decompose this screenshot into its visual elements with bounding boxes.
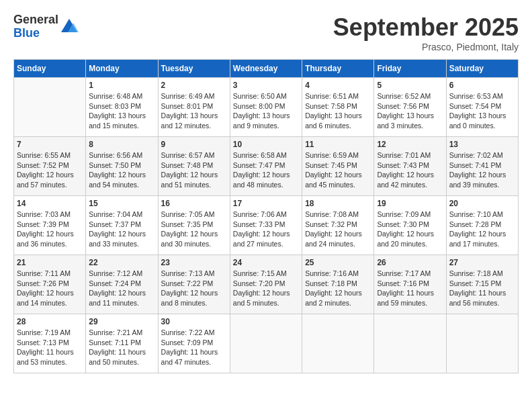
day-detail: Sunrise: 7:05 AM Sunset: 7:35 PM Dayligh…	[161, 210, 227, 249]
day-detail: Sunrise: 7:01 AM Sunset: 7:43 PM Dayligh…	[377, 150, 443, 190]
calendar-cell: 9Sunrise: 6:57 AM Sunset: 7:48 PM Daylig…	[158, 137, 230, 196]
day-number: 17	[233, 199, 299, 208]
month-title: September 2025	[333, 13, 519, 42]
day-detail: Sunrise: 6:53 AM Sunset: 7:54 PM Dayligh…	[449, 91, 515, 131]
day-detail: Sunrise: 7:12 AM Sunset: 7:24 PM Dayligh…	[89, 269, 154, 308]
calendar-cell: 6Sunrise: 6:53 AM Sunset: 7:54 PM Daylig…	[446, 78, 518, 137]
calendar-cell	[14, 78, 86, 137]
day-number: 10	[233, 140, 299, 149]
day-number: 27	[449, 258, 515, 267]
day-number: 14	[17, 199, 83, 208]
calendar-week-5: 28Sunrise: 7:19 AM Sunset: 7:13 PM Dayli…	[14, 314, 519, 373]
day-number: 16	[161, 199, 227, 208]
calendar-cell: 29Sunrise: 7:21 AM Sunset: 7:11 PM Dayli…	[86, 314, 158, 373]
day-number: 18	[305, 199, 371, 208]
day-detail: Sunrise: 6:55 AM Sunset: 7:52 PM Dayligh…	[17, 150, 83, 190]
calendar-cell: 7Sunrise: 6:55 AM Sunset: 7:52 PM Daylig…	[14, 137, 86, 196]
day-detail: Sunrise: 6:58 AM Sunset: 7:47 PM Dayligh…	[233, 150, 299, 190]
calendar-cell: 24Sunrise: 7:15 AM Sunset: 7:20 PM Dayli…	[230, 255, 302, 314]
title-area: September 2025 Prasco, Piedmont, Italy	[333, 13, 519, 52]
day-number: 15	[89, 199, 154, 208]
calendar-cell: 8Sunrise: 6:56 AM Sunset: 7:50 PM Daylig…	[86, 137, 158, 196]
day-number: 19	[377, 199, 443, 208]
calendar-cell: 19Sunrise: 7:09 AM Sunset: 7:30 PM Dayli…	[374, 196, 446, 255]
calendar-cell: 20Sunrise: 7:10 AM Sunset: 7:28 PM Dayli…	[446, 196, 518, 255]
day-number: 11	[305, 140, 371, 149]
day-detail: Sunrise: 6:50 AM Sunset: 8:00 PM Dayligh…	[233, 91, 299, 131]
logo-general: General	[13, 13, 58, 27]
day-detail: Sunrise: 7:22 AM Sunset: 7:09 PM Dayligh…	[161, 328, 227, 367]
day-number: 29	[89, 317, 154, 326]
day-number: 13	[449, 140, 515, 149]
day-detail: Sunrise: 7:10 AM Sunset: 7:28 PM Dayligh…	[449, 210, 515, 249]
calendar-cell: 1Sunrise: 6:48 AM Sunset: 8:03 PM Daylig…	[86, 78, 158, 137]
logo: General Blue	[13, 13, 79, 40]
day-number: 12	[377, 140, 443, 149]
calendar-week-2: 7Sunrise: 6:55 AM Sunset: 7:52 PM Daylig…	[14, 137, 519, 196]
day-number: 6	[449, 81, 515, 90]
day-detail: Sunrise: 7:09 AM Sunset: 7:30 PM Dayligh…	[377, 210, 443, 249]
day-number: 5	[377, 81, 443, 90]
calendar-cell: 14Sunrise: 7:03 AM Sunset: 7:39 PM Dayli…	[14, 196, 86, 255]
column-header-tuesday: Tuesday	[158, 60, 230, 78]
day-detail: Sunrise: 7:11 AM Sunset: 7:26 PM Dayligh…	[17, 269, 83, 308]
day-number: 24	[233, 258, 299, 267]
column-header-wednesday: Wednesday	[230, 60, 302, 78]
day-detail: Sunrise: 7:08 AM Sunset: 7:32 PM Dayligh…	[305, 210, 371, 249]
day-detail: Sunrise: 7:15 AM Sunset: 7:20 PM Dayligh…	[233, 269, 299, 308]
day-detail: Sunrise: 7:13 AM Sunset: 7:22 PM Dayligh…	[161, 269, 227, 308]
header-row: SundayMondayTuesdayWednesdayThursdayFrid…	[14, 60, 519, 78]
day-number: 20	[449, 199, 515, 208]
day-number: 1	[89, 81, 154, 90]
calendar-cell: 18Sunrise: 7:08 AM Sunset: 7:32 PM Dayli…	[302, 196, 374, 255]
calendar-cell	[374, 314, 446, 373]
page-header: General Blue September 2025 Prasco, Pied…	[13, 13, 519, 52]
day-number: 23	[161, 258, 227, 267]
calendar-cell: 13Sunrise: 7:02 AM Sunset: 7:41 PM Dayli…	[446, 137, 518, 196]
day-number: 25	[305, 258, 371, 267]
calendar-week-3: 14Sunrise: 7:03 AM Sunset: 7:39 PM Dayli…	[14, 196, 519, 255]
calendar-cell: 17Sunrise: 7:06 AM Sunset: 7:33 PM Dayli…	[230, 196, 302, 255]
day-detail: Sunrise: 7:02 AM Sunset: 7:41 PM Dayligh…	[449, 150, 515, 190]
calendar-cell	[446, 314, 518, 373]
calendar-cell: 16Sunrise: 7:05 AM Sunset: 7:35 PM Dayli…	[158, 196, 230, 255]
calendar-cell: 3Sunrise: 6:50 AM Sunset: 8:00 PM Daylig…	[230, 78, 302, 137]
calendar-cell: 30Sunrise: 7:22 AM Sunset: 7:09 PM Dayli…	[158, 314, 230, 373]
calendar-cell: 25Sunrise: 7:16 AM Sunset: 7:18 PM Dayli…	[302, 255, 374, 314]
day-detail: Sunrise: 6:48 AM Sunset: 8:03 PM Dayligh…	[89, 91, 154, 131]
calendar-cell: 12Sunrise: 7:01 AM Sunset: 7:43 PM Dayli…	[374, 137, 446, 196]
day-number: 30	[161, 317, 227, 326]
calendar-cell: 21Sunrise: 7:11 AM Sunset: 7:26 PM Dayli…	[14, 255, 86, 314]
day-number: 26	[377, 258, 443, 267]
column-header-sunday: Sunday	[14, 60, 86, 78]
day-detail: Sunrise: 6:56 AM Sunset: 7:50 PM Dayligh…	[89, 150, 154, 190]
calendar-cell: 2Sunrise: 6:49 AM Sunset: 8:01 PM Daylig…	[158, 78, 230, 137]
day-number: 7	[17, 140, 83, 149]
logo-blue: Blue	[13, 27, 58, 40]
day-detail: Sunrise: 7:18 AM Sunset: 7:15 PM Dayligh…	[449, 269, 515, 308]
column-header-saturday: Saturday	[446, 60, 518, 78]
day-detail: Sunrise: 7:21 AM Sunset: 7:11 PM Dayligh…	[89, 328, 154, 367]
calendar-cell: 10Sunrise: 6:58 AM Sunset: 7:47 PM Dayli…	[230, 137, 302, 196]
calendar-cell: 15Sunrise: 7:04 AM Sunset: 7:37 PM Dayli…	[86, 196, 158, 255]
day-number: 28	[17, 317, 83, 326]
day-detail: Sunrise: 6:59 AM Sunset: 7:45 PM Dayligh…	[305, 150, 371, 190]
calendar-cell: 11Sunrise: 6:59 AM Sunset: 7:45 PM Dayli…	[302, 137, 374, 196]
day-detail: Sunrise: 6:51 AM Sunset: 7:58 PM Dayligh…	[305, 91, 371, 131]
day-detail: Sunrise: 6:49 AM Sunset: 8:01 PM Dayligh…	[161, 91, 227, 131]
day-detail: Sunrise: 7:19 AM Sunset: 7:13 PM Dayligh…	[17, 328, 83, 367]
calendar-cell: 28Sunrise: 7:19 AM Sunset: 7:13 PM Dayli…	[14, 314, 86, 373]
calendar-week-4: 21Sunrise: 7:11 AM Sunset: 7:26 PM Dayli…	[14, 255, 519, 314]
day-detail: Sunrise: 7:04 AM Sunset: 7:37 PM Dayligh…	[89, 210, 154, 249]
day-detail: Sunrise: 6:52 AM Sunset: 7:56 PM Dayligh…	[377, 91, 443, 131]
calendar-cell: 27Sunrise: 7:18 AM Sunset: 7:15 PM Dayli…	[446, 255, 518, 314]
calendar-cell: 26Sunrise: 7:17 AM Sunset: 7:16 PM Dayli…	[374, 255, 446, 314]
day-detail: Sunrise: 7:06 AM Sunset: 7:33 PM Dayligh…	[233, 210, 299, 249]
day-detail: Sunrise: 7:03 AM Sunset: 7:39 PM Dayligh…	[17, 210, 83, 249]
calendar-table: SundayMondayTuesdayWednesdayThursdayFrid…	[13, 59, 519, 373]
column-header-monday: Monday	[86, 60, 158, 78]
calendar-cell	[302, 314, 374, 373]
location: Prasco, Piedmont, Italy	[333, 42, 519, 52]
column-header-friday: Friday	[374, 60, 446, 78]
day-detail: Sunrise: 7:16 AM Sunset: 7:18 PM Dayligh…	[305, 269, 371, 308]
